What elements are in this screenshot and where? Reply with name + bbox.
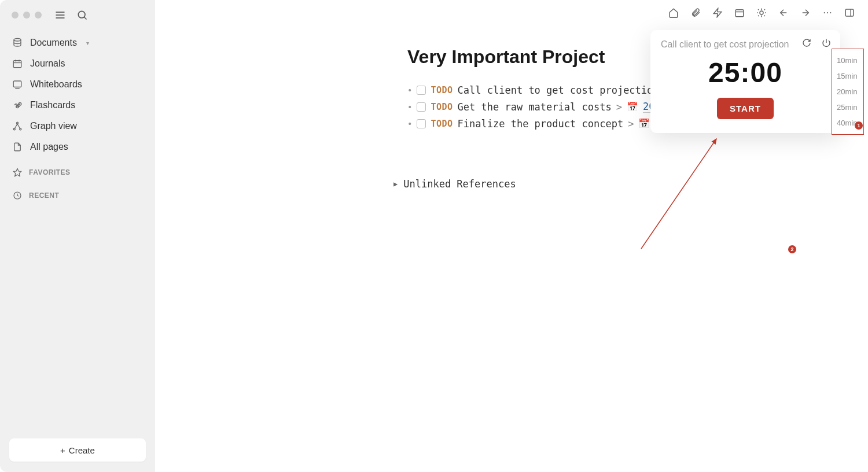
- close-window-button[interactable]: [12, 12, 19, 19]
- search-icon[interactable]: [75, 8, 89, 22]
- svg-line-16: [17, 124, 20, 128]
- sidebar: Documents ▾ Journals Whiteboards Flashca…: [0, 0, 155, 472]
- arrow-sep: >: [616, 101, 622, 113]
- pomodoro-panel: Call client to get cost projection 25:00…: [650, 30, 840, 133]
- maximize-window-button[interactable]: [35, 12, 42, 19]
- sidebar-item-label: All pages: [30, 142, 68, 152]
- section-label: RECENT: [29, 191, 59, 200]
- pages-icon: [12, 141, 23, 153]
- todo-tag: TODO: [431, 119, 453, 129]
- sidebar-item-all-pages[interactable]: All pages: [7, 137, 148, 157]
- plus-icon: +: [60, 445, 65, 455]
- todo-checkbox[interactable]: [417, 86, 426, 95]
- power-icon[interactable]: [819, 36, 833, 50]
- annotation-badge-2: 2: [788, 245, 796, 253]
- preset-option[interactable]: 10min: [832, 53, 863, 68]
- svg-point-3: [78, 11, 85, 18]
- calendar-emoji-icon: 📅: [627, 101, 638, 112]
- graph-icon: [12, 120, 23, 132]
- todo-tag: TODO: [431, 102, 453, 112]
- clock-icon: [12, 190, 23, 201]
- svg-point-13: [13, 128, 15, 130]
- preset-option[interactable]: 25min: [832, 99, 863, 115]
- sidebar-item-flashcards[interactable]: Flashcards: [7, 95, 148, 116]
- recent-header[interactable]: RECENT: [7, 180, 148, 204]
- chevron-down-icon: ▾: [86, 40, 89, 46]
- main-content: Very Important Project • TODO Call clien…: [155, 0, 868, 472]
- sidebar-item-label: Whiteboards: [30, 79, 82, 90]
- svg-line-4: [84, 17, 87, 20]
- svg-point-5: [14, 39, 21, 42]
- todo-checkbox[interactable]: [417, 119, 426, 128]
- svg-rect-6: [13, 61, 21, 68]
- todo-tag: TODO: [431, 85, 453, 95]
- bullet-icon: •: [407, 102, 412, 112]
- calendar-icon: [12, 58, 23, 69]
- arrow-sep: >: [628, 118, 634, 130]
- calendar-emoji-icon: 📅: [638, 118, 650, 129]
- sidebar-item-whiteboards[interactable]: Whiteboards: [7, 74, 148, 95]
- todo-text: Call client to get cost projection: [458, 84, 659, 96]
- menu-icon[interactable]: [53, 8, 67, 22]
- star-icon: [12, 167, 23, 178]
- pomodoro-start-button[interactable]: START: [717, 98, 774, 119]
- svg-line-15: [15, 124, 18, 128]
- sidebar-item-journals[interactable]: Journals: [7, 53, 148, 74]
- svg-point-12: [17, 122, 19, 124]
- bullet-icon: •: [407, 119, 412, 128]
- svg-marker-17: [13, 168, 21, 176]
- section-label: FAVORITES: [29, 168, 71, 176]
- svg-rect-10: [13, 81, 21, 87]
- bullet-icon: •: [407, 86, 412, 95]
- whiteboard-icon: [12, 79, 23, 90]
- sidebar-item-label: Flashcards: [30, 100, 75, 110]
- reset-icon[interactable]: [800, 36, 814, 50]
- minimize-window-button[interactable]: [23, 12, 30, 19]
- sidebar-item-label: Documents: [30, 38, 77, 48]
- pomodoro-time-display: 25:00: [661, 57, 830, 89]
- todo-checkbox[interactable]: [417, 102, 426, 112]
- caret-right-icon: ▶: [393, 180, 398, 188]
- preset-option[interactable]: 20min: [832, 84, 863, 99]
- sidebar-item-label: Journals: [30, 58, 65, 69]
- svg-point-14: [20, 128, 21, 130]
- unlinked-references[interactable]: ▶ Unlinked References: [393, 178, 868, 190]
- sidebar-item-documents[interactable]: Documents ▾: [7, 32, 148, 53]
- unlinked-label: Unlinked References: [403, 178, 516, 190]
- annotation-badge-1: 1: [855, 121, 863, 130]
- infinity-icon: [12, 99, 23, 111]
- sidebar-item-label: Graph view: [30, 121, 77, 131]
- todo-text: Finalize the product concept: [458, 118, 624, 130]
- create-button[interactable]: + Create: [9, 438, 146, 462]
- sidebar-item-graph-view[interactable]: Graph view: [7, 116, 148, 137]
- todo-text: Get the raw material costs: [458, 101, 612, 113]
- preset-option[interactable]: 15min: [832, 68, 863, 84]
- database-icon: [12, 37, 23, 49]
- favorites-header[interactable]: FAVORITES: [7, 157, 148, 180]
- create-label: Create: [69, 445, 95, 455]
- nav-list: Documents ▾ Journals Whiteboards Flashca…: [0, 19, 155, 204]
